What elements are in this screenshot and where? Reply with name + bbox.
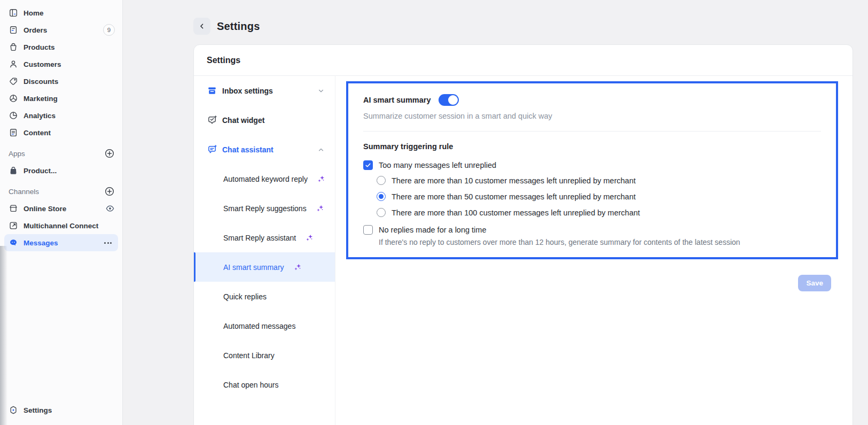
sidebar-item-label: Messages [24,239,99,247]
content-icon [9,128,18,137]
multichannel-icon [9,221,18,230]
subnav-group-chat-widget[interactable]: Chat widget [194,105,335,135]
subnav-label: Content Library [223,351,275,360]
plus-circle-icon[interactable] [104,148,115,159]
save-button[interactable]: Save [798,275,831,291]
subnav-label: Quick replies [223,292,267,301]
sidebar-item-product-app[interactable]: Product... [0,162,122,179]
back-button[interactable] [193,18,210,35]
sidebar-item-label: Products [24,43,115,51]
sidebar-item-label: Discounts [24,78,115,86]
sidebar-item-content[interactable]: Content [0,124,122,141]
sidebar-item-customers[interactable]: Customers [0,56,122,73]
subnav-group-chat-assistant[interactable]: Chat assistant [194,135,335,164]
radio-option-100-messages[interactable]: There are more than 100 customer message… [377,208,821,217]
app-bag-icon [9,166,18,175]
subnav-item-ai-smart-summary[interactable]: AI smart summary [194,252,335,282]
radio-option-10-messages[interactable]: There are more than 10 customer messages… [377,176,821,185]
sidebar-item-home[interactable]: Home [0,4,122,21]
divider [363,131,821,132]
marketing-icon [9,94,18,103]
page-title: Settings [217,20,260,33]
subnav-item-content-library[interactable]: Content Library [194,341,335,370]
ai-smart-summary-toggle[interactable] [439,94,459,106]
subnav-group-inbox-settings[interactable]: Inbox settings [194,76,335,105]
chevron-down-icon [317,87,325,95]
sidebar-item-label: Home [24,9,115,17]
rule-description: If there's no reply to customers over mo… [379,238,821,246]
radio-label: There are more than 100 customer message… [392,208,640,217]
highlighted-settings-region: AI smart summary Summarize customer sess… [346,81,838,259]
feature-title: AI smart summary [363,96,431,104]
subnav-item-chat-open-hours[interactable]: Chat open hours [194,370,335,399]
more-options-icon[interactable] [104,242,114,244]
radio-button-selected[interactable] [377,192,386,201]
subnav-label: AI smart summary [223,263,284,272]
app-root: Home Orders 9 Products Customers Discoun… [0,0,868,425]
sidebar-section-apps: Apps [0,145,122,162]
settings-card: Settings Inbox settings Chat widget [193,44,853,425]
subnav-item-smart-reply-suggestions[interactable]: Smart Reply suggestions [194,194,335,223]
feature-toggle-row: AI smart summary [363,93,821,107]
checkbox-no-replies[interactable] [363,225,373,235]
left-edge-shadow [0,246,7,425]
store-icon [9,204,18,213]
subnav-item-smart-reply-assistant[interactable]: Smart Reply assistant [194,223,335,252]
radio-button[interactable] [377,176,386,185]
page-header: Settings [193,18,853,35]
subnav-item-automated-messages[interactable]: Automated messages [194,311,335,341]
sidebar-item-products[interactable]: Products [0,38,122,56]
gear-icon [9,405,18,415]
subnav-item-quick-replies[interactable]: Quick replies [194,282,335,311]
sidebar-item-label: Orders [24,26,98,34]
checkbox-too-many-messages[interactable] [363,160,373,170]
main-area: Settings Settings Inbox settings Chat wi… [123,0,868,425]
sidebar-item-settings[interactable]: Settings [0,401,122,419]
customers-icon [9,59,18,69]
radio-label: There are more than 50 customer messages… [392,192,636,201]
inbox-settings-icon [207,86,217,96]
sidebar-item-marketing[interactable]: Marketing [0,90,122,107]
subnav-item-automated-keyword-reply[interactable]: Automated keyword reply [194,164,335,194]
analytics-icon [9,111,18,120]
settings-subnav: Inbox settings Chat widget Chat assistan… [194,76,335,425]
sidebar-nav: Home Orders 9 Products Customers Discoun… [0,4,122,251]
threshold-radio-group: There are more than 10 customer messages… [377,176,821,217]
radio-label: There are more than 10 customer messages… [392,176,636,185]
sidebar-item-label: Customers [24,60,115,68]
ai-sparkle-icon [294,263,302,271]
chat-assistant-icon [207,144,217,155]
sidebar-item-label: Content [24,129,115,137]
sidebar-item-online-store[interactable]: Online Store [0,200,122,217]
sidebar-item-label: Analytics [24,112,115,120]
settings-content: AI smart summary Summarize customer sess… [335,76,853,425]
sidebar-item-label: Product... [24,167,115,175]
card-body: Inbox settings Chat widget Chat assistan… [194,76,853,425]
orders-icon [9,25,18,35]
subnav-label: Chat open hours [223,381,279,389]
subnav-label: Automated keyword reply [223,175,308,183]
section-label: Channels [9,188,39,196]
products-icon [9,42,18,52]
subnav-label: Inbox settings [222,87,273,95]
feature-description: Summarize customer session in a smart an… [363,112,821,120]
rule-too-many-messages: Too many messages left unreplied [363,160,821,170]
ai-sparkle-icon [306,234,314,242]
eye-icon[interactable] [105,204,115,213]
home-icon [9,8,18,18]
sidebar-item-messages[interactable]: Messages [4,234,118,251]
sidebar-item-multichannel-connect[interactable]: Multichannel Connect [0,217,122,234]
subnav-label: Smart Reply suggestions [223,204,307,213]
radio-button[interactable] [377,208,386,217]
chevron-up-icon [317,145,325,154]
plus-circle-icon[interactable] [104,186,115,197]
sidebar-item-orders[interactable]: Orders 9 [0,21,122,38]
save-button-row: Save [346,275,838,291]
sidebar-item-discounts[interactable]: Discounts [0,73,122,90]
radio-option-50-messages[interactable]: There are more than 50 customer messages… [377,192,821,201]
subnav-label: Chat widget [222,116,264,125]
sidebar-section-channels: Channels [0,183,122,200]
trigger-section-title: Summary triggering rule [363,142,821,151]
sidebar-item-label: Online Store [24,205,100,213]
sidebar-item-analytics[interactable]: Analytics [0,107,122,124]
